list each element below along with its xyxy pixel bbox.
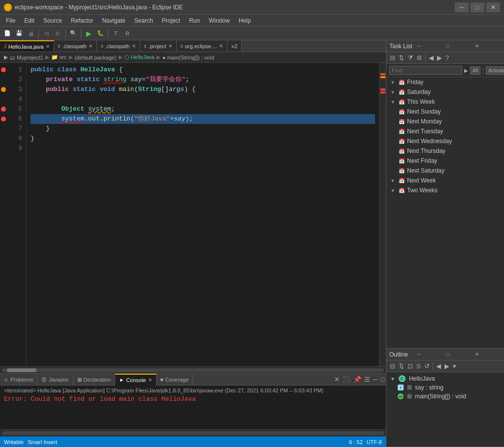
new-button[interactable]: 📄 bbox=[2, 28, 13, 39]
task-item-next-sunday[interactable]: ▶ 📅 Next Sunday bbox=[386, 107, 504, 117]
outline-item-main[interactable]: m S main(String[]) : void bbox=[388, 392, 502, 401]
console-clear-btn[interactable]: ✕ bbox=[333, 375, 341, 384]
outline-next-btn[interactable]: ▶ bbox=[443, 362, 451, 370]
tab-close-icon3[interactable]: ✕ bbox=[132, 43, 136, 49]
task-list-maximize-icon[interactable]: □ bbox=[445, 43, 472, 49]
task-collapse-all-btn[interactable]: ⊟ bbox=[388, 54, 397, 62]
menu-project[interactable]: Project bbox=[158, 16, 184, 25]
task-item-saturday[interactable]: ▼ 📅 Saturday bbox=[386, 87, 504, 97]
menu-edit[interactable]: Edit bbox=[20, 16, 38, 25]
task-sort-btn[interactable]: ⇅ bbox=[397, 54, 406, 62]
bc-package[interactable]: (default package) bbox=[75, 55, 117, 60]
outline-menu-btn[interactable]: ▾ bbox=[451, 362, 458, 370]
bc-main[interactable]: ● main(String[]) : void bbox=[162, 55, 214, 60]
bottom-h-scroll[interactable] bbox=[0, 429, 386, 436]
menu-window[interactable]: Window bbox=[205, 16, 234, 25]
next-monday-collapse-icon: ▶ bbox=[390, 119, 396, 124]
tab-close-icon2[interactable]: ✕ bbox=[89, 43, 93, 49]
right-scrollbar[interactable] bbox=[379, 63, 386, 366]
search-button[interactable]: 🔍 bbox=[68, 28, 79, 39]
outline-item-say[interactable]: f S say : string bbox=[388, 383, 502, 392]
bottom-scroll-track[interactable] bbox=[2, 431, 384, 435]
task-item-next-thursday[interactable]: ▶ 📅 Next Thursday bbox=[386, 146, 504, 156]
console-minimize-btn[interactable]: ─ bbox=[372, 375, 379, 384]
bc-myproject1[interactable]: 🗂 Myproject1 bbox=[10, 55, 43, 60]
tab-declaration[interactable]: ▦ Declaration bbox=[73, 374, 116, 386]
prev-button[interactable]: ◁ bbox=[41, 28, 52, 39]
task-item-next-week[interactable]: ▼ 📅 Next Week bbox=[386, 176, 504, 185]
task-list-minimize-icon[interactable]: ─ bbox=[416, 43, 443, 49]
task-item-two-weeks[interactable]: ▼ 📅 Two Weeks bbox=[386, 185, 504, 195]
tab-javadoc[interactable]: @ Javadoc bbox=[37, 374, 73, 386]
task-settings-btn[interactable]: ⚙ bbox=[415, 54, 424, 62]
maximize-button[interactable]: □ bbox=[471, 2, 484, 12]
outline-item-hellojava[interactable]: ▼ C HelloJava bbox=[388, 374, 502, 383]
menu-file[interactable]: File bbox=[2, 16, 19, 25]
bc-src[interactable]: 📁 src bbox=[51, 54, 67, 60]
outline-sync-btn[interactable]: ↺ bbox=[423, 362, 431, 370]
tab-close-icon[interactable]: ✕ bbox=[46, 44, 50, 49]
tab-overflow[interactable]: »2 bbox=[227, 40, 242, 52]
find-input[interactable] bbox=[389, 66, 462, 75]
tab-console-close[interactable]: ✕ bbox=[148, 377, 152, 383]
minimize-button[interactable]: ─ bbox=[455, 2, 469, 12]
next-button[interactable]: ▷ bbox=[53, 28, 63, 39]
tab-close-icon5[interactable]: ✕ bbox=[219, 43, 223, 49]
tab-coverage[interactable]: ■ Coverage bbox=[157, 374, 193, 386]
console-stop-btn[interactable]: ⬛ bbox=[341, 375, 352, 384]
tab-close-icon4[interactable]: ✕ bbox=[168, 43, 172, 49]
console-pin-btn[interactable]: 📌 bbox=[352, 375, 363, 384]
outline-collapse-btn[interactable]: ⊟ bbox=[388, 362, 397, 370]
tab-problems[interactable]: ⚠ Problems bbox=[0, 374, 37, 386]
menu-navigate[interactable]: Navigate bbox=[98, 16, 129, 25]
task-item-this-week[interactable]: ▼ 📅 This Week bbox=[386, 97, 504, 107]
tab-hellojava[interactable]: J HelloJava.java ✕ bbox=[0, 40, 54, 52]
find-all-btn[interactable]: All bbox=[470, 66, 480, 75]
task-item-next-friday[interactable]: ▶ 📅 Next Friday bbox=[386, 156, 504, 166]
tab-console[interactable]: ► Console ✕ bbox=[115, 374, 156, 386]
print-button[interactable]: 🖨 bbox=[26, 28, 36, 39]
find-sep: | bbox=[482, 67, 484, 74]
close-button[interactable]: ✕ bbox=[486, 2, 500, 12]
menu-source[interactable]: Source bbox=[39, 16, 66, 25]
task-item-next-monday[interactable]: ▶ 📅 Next Monday bbox=[386, 117, 504, 126]
outline-minimize-icon[interactable]: ─ bbox=[416, 352, 443, 357]
bc-hellojava[interactable]: ⬡ HelloJava bbox=[125, 54, 155, 60]
menu-help[interactable]: Help bbox=[235, 16, 255, 25]
console-menu-btn[interactable]: ☰ bbox=[363, 375, 372, 384]
open-resource-button[interactable]: R bbox=[122, 28, 133, 39]
outline-hide-fields-btn[interactable]: ⊡ bbox=[406, 362, 414, 370]
task-filter-btn[interactable]: ⧩ bbox=[406, 54, 414, 62]
task-item-friday[interactable]: ▼ 📅 Friday bbox=[386, 77, 504, 87]
task-item-next-saturday[interactable]: ▶ 📅 Next Saturday bbox=[386, 166, 504, 176]
tab-classpath1[interactable]: x .classpath ✕ bbox=[54, 40, 97, 52]
outline-maximize-icon[interactable]: □ bbox=[445, 352, 472, 357]
task-item-next-tuesday[interactable]: ▶ 📅 Next Tuesday bbox=[386, 126, 504, 136]
console-maximize-btn[interactable]: □ bbox=[379, 375, 386, 384]
menu-search[interactable]: Search bbox=[130, 16, 157, 25]
task-next-btn[interactable]: ▶ bbox=[436, 54, 443, 62]
menu-refactor[interactable]: Refactor bbox=[67, 16, 97, 25]
scroll-thumb[interactable] bbox=[7, 368, 36, 372]
editor-content[interactable]: 1 2 3 4 5 6 7 8 9 public class HelloJava… bbox=[0, 63, 386, 366]
task-prev-btn[interactable]: ◀ bbox=[427, 54, 435, 62]
run-button[interactable]: ▶ bbox=[83, 28, 94, 39]
task-item-next-wednesday[interactable]: ▶ 📅 Next Wednesday bbox=[386, 136, 504, 146]
outline-sort-btn[interactable]: ⇅ bbox=[397, 362, 406, 370]
horizontal-scrollbar[interactable] bbox=[0, 366, 386, 373]
open-type-button[interactable]: T bbox=[110, 28, 121, 39]
outline-close-icon[interactable]: ✕ bbox=[474, 352, 501, 357]
outline-hide-static-btn[interactable]: S bbox=[415, 362, 422, 370]
task-list-close-icon[interactable]: ✕ bbox=[474, 43, 501, 49]
tab-classpath2[interactable]: x .classpath ✕ bbox=[97, 40, 140, 52]
save-button[interactable]: 💾 bbox=[14, 28, 25, 39]
task-help-btn[interactable]: ? bbox=[444, 54, 450, 62]
scroll-track[interactable] bbox=[2, 368, 384, 372]
outline-prev-btn[interactable]: ◀ bbox=[435, 362, 442, 370]
code-area[interactable]: public class HelloJava { private static … bbox=[27, 63, 379, 366]
menu-run[interactable]: Run bbox=[185, 16, 204, 25]
find-activate-btn[interactable]: Activate... bbox=[486, 66, 504, 75]
tab-project[interactable]: x .project ✕ bbox=[140, 40, 177, 52]
tab-eclipse[interactable]: x org.eclipse.... ✕ bbox=[177, 40, 227, 52]
debug-button[interactable]: 🐛 bbox=[95, 28, 106, 39]
